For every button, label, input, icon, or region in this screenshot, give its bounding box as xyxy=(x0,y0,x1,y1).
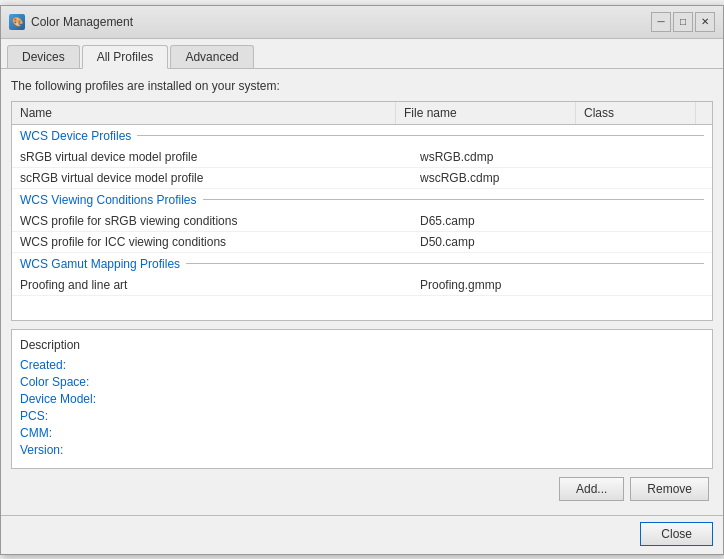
cell-filename: Proofing.gmmp xyxy=(412,275,592,295)
minimize-button[interactable]: ─ xyxy=(651,12,671,32)
group-divider xyxy=(186,263,704,264)
field-device-model: Device Model: xyxy=(20,392,704,406)
table-row[interactable]: Proofing and line art Proofing.gmmp xyxy=(12,275,712,296)
group-wcs-device: WCS Device Profiles xyxy=(12,125,712,147)
tab-all-profiles[interactable]: All Profiles xyxy=(82,45,169,69)
cell-class xyxy=(592,147,712,167)
group-wcs-device-label: WCS Device Profiles xyxy=(20,129,131,143)
table-row[interactable]: sRGB virtual device model profile wsRGB.… xyxy=(12,147,712,168)
cell-class xyxy=(592,211,712,231)
col-class: Class xyxy=(576,102,696,124)
window-title: Color Management xyxy=(31,15,133,29)
group-divider xyxy=(203,199,704,200)
cell-name: scRGB virtual device model profile xyxy=(12,168,412,188)
col-filename: File name xyxy=(396,102,576,124)
field-color-space: Color Space: xyxy=(20,375,704,389)
field-version: Version: xyxy=(20,443,704,457)
cell-class xyxy=(592,232,712,252)
cell-name: WCS profile for sRGB viewing conditions xyxy=(12,211,412,231)
remove-button[interactable]: Remove xyxy=(630,477,709,501)
col-name: Name xyxy=(12,102,396,124)
window-icon: 🎨 xyxy=(9,14,25,30)
cell-filename: wsRGB.cdmp xyxy=(412,147,592,167)
group-wcs-viewing: WCS Viewing Conditions Profiles xyxy=(12,189,712,211)
profiles-table[interactable]: Name File name Class WCS Device Profiles… xyxy=(11,101,713,321)
group-wcs-viewing-label: WCS Viewing Conditions Profiles xyxy=(20,193,197,207)
title-bar-left: 🎨 Color Management xyxy=(9,14,133,30)
content-area: The following profiles are installed on … xyxy=(1,69,723,511)
title-bar: 🎨 Color Management ─ □ ✕ xyxy=(1,6,723,39)
group-wcs-gamut-label: WCS Gamut Mapping Profiles xyxy=(20,257,180,271)
close-button[interactable]: Close xyxy=(640,522,713,546)
group-wcs-gamut: WCS Gamut Mapping Profiles xyxy=(12,253,712,275)
table-row[interactable]: WCS profile for ICC viewing conditions D… xyxy=(12,232,712,253)
tab-devices[interactable]: Devices xyxy=(7,45,80,68)
field-pcs: PCS: xyxy=(20,409,704,423)
cell-filename: D50.camp xyxy=(412,232,592,252)
table-row[interactable]: WCS profile for sRGB viewing conditions … xyxy=(12,211,712,232)
action-buttons: Add... Remove xyxy=(11,477,713,501)
cell-name: sRGB virtual device model profile xyxy=(12,147,412,167)
tab-bar: Devices All Profiles Advanced xyxy=(1,39,723,69)
cell-class xyxy=(592,168,712,188)
subtitle-text: The following profiles are installed on … xyxy=(11,79,713,93)
field-created: Created: xyxy=(20,358,704,372)
window-controls: ─ □ ✕ xyxy=(651,12,715,32)
description-title: Description xyxy=(20,338,704,352)
group-divider xyxy=(137,135,704,136)
description-box: Description Created: Color Space: Device… xyxy=(11,329,713,469)
table-header: Name File name Class xyxy=(12,102,712,125)
field-cmm: CMM: xyxy=(20,426,704,440)
table-row[interactable]: scRGB virtual device model profile wscRG… xyxy=(12,168,712,189)
add-button[interactable]: Add... xyxy=(559,477,624,501)
cell-filename: D65.camp xyxy=(412,211,592,231)
close-row: Close xyxy=(1,515,723,554)
tab-advanced[interactable]: Advanced xyxy=(170,45,253,68)
cell-filename: wscRGB.cdmp xyxy=(412,168,592,188)
cell-name: Proofing and line art xyxy=(12,275,412,295)
window-close-button[interactable]: ✕ xyxy=(695,12,715,32)
cell-class xyxy=(592,275,712,295)
color-management-window: 🎨 Color Management ─ □ ✕ Devices All Pro… xyxy=(0,5,724,555)
cell-name: WCS profile for ICC viewing conditions xyxy=(12,232,412,252)
maximize-button[interactable]: □ xyxy=(673,12,693,32)
